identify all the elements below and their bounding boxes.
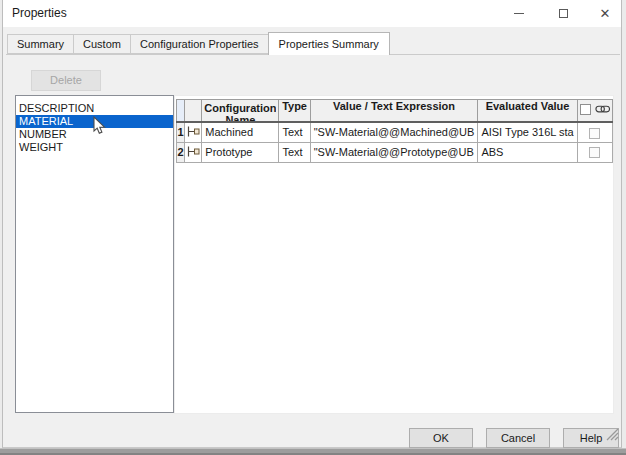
- header-link-column: [185, 100, 202, 123]
- row-1-link-checkbox[interactable]: [589, 128, 600, 139]
- maximize-button[interactable]: [546, 0, 580, 27]
- header-value-expression: Value / Text Expression: [310, 100, 478, 123]
- header-type: Type: [279, 100, 310, 123]
- maximize-icon: [559, 9, 568, 18]
- row-2-value-expression[interactable]: "SW-Material@@Prototype@UB: [310, 142, 478, 162]
- row-2-link-checkbox-cell: [577, 142, 612, 162]
- configuration-table: Configuration Name Type Value / Text Exp…: [176, 99, 613, 163]
- row-2-link-checkbox[interactable]: [589, 147, 600, 158]
- row-2-configuration-name[interactable]: Prototype: [202, 142, 279, 162]
- header-row-number: [177, 100, 185, 123]
- header-configuration-name: Configuration Name: [202, 100, 279, 123]
- tab-custom[interactable]: Custom: [73, 34, 130, 54]
- link-icon: [595, 104, 610, 116]
- row-link-icon: [186, 125, 200, 138]
- cursor-icon: [93, 116, 106, 139]
- table-row: 2 Prototype Text "SW-Material@@Prototype…: [177, 142, 613, 162]
- window-bottom-edge: [0, 448, 626, 455]
- resize-grip-icon[interactable]: [606, 427, 619, 445]
- tab-properties-summary[interactable]: Properties Summary: [268, 32, 390, 55]
- row-1-configuration-name[interactable]: Machined: [202, 122, 279, 142]
- delete-button[interactable]: Delete: [31, 70, 101, 91]
- tab-bar: Summary Custom Configuration Properties …: [7, 33, 390, 54]
- row-2-number[interactable]: 2: [177, 142, 185, 162]
- close-button[interactable]: ✕: [588, 0, 622, 27]
- link-all-checkbox[interactable]: [580, 104, 591, 115]
- list-item-description[interactable]: DESCRIPTION: [16, 102, 173, 115]
- minimize-button[interactable]: [502, 0, 536, 27]
- table-header-row: Configuration Name Type Value / Text Exp…: [177, 100, 613, 123]
- table-row: 1 Machined Text "SW-Material@@Machined@U…: [177, 122, 613, 142]
- row-link-icon: [186, 145, 200, 158]
- row-1-link-checkbox-cell: [577, 122, 612, 142]
- list-item-weight[interactable]: WEIGHT: [16, 141, 173, 154]
- ok-button[interactable]: OK: [409, 428, 473, 448]
- properties-dialog: Properties ✕ Summary Custom Configuratio…: [2, 0, 622, 448]
- row-2-link-icon-cell: [185, 142, 202, 162]
- row-1-number[interactable]: 1: [177, 122, 185, 142]
- header-evaluated-value: Evaluated Value: [478, 100, 577, 123]
- header-link-all: [577, 100, 612, 123]
- row-1-type[interactable]: Text: [279, 122, 310, 142]
- titlebar[interactable]: Properties ✕: [3, 0, 621, 27]
- minimize-icon: [514, 13, 524, 14]
- tab-configuration-properties[interactable]: Configuration Properties: [130, 34, 268, 54]
- row-1-value-expression[interactable]: "SW-Material@@Machined@UB: [310, 122, 478, 142]
- row-2-evaluated-value[interactable]: ABS: [478, 142, 577, 162]
- tab-summary[interactable]: Summary: [7, 34, 73, 54]
- window-title: Properties: [12, 0, 67, 27]
- row-1-link-icon-cell: [185, 122, 202, 142]
- row-1-evaluated-value[interactable]: AISI Type 316L sta: [478, 122, 577, 142]
- row-2-type[interactable]: Text: [279, 142, 310, 162]
- property-name-listbox[interactable]: DESCRIPTION MATERIAL NUMBER WEIGHT: [15, 95, 174, 413]
- close-icon: ✕: [600, 7, 611, 20]
- cancel-button[interactable]: Cancel: [486, 428, 550, 448]
- configuration-table-panel: Configuration Name Type Value / Text Exp…: [174, 95, 614, 414]
